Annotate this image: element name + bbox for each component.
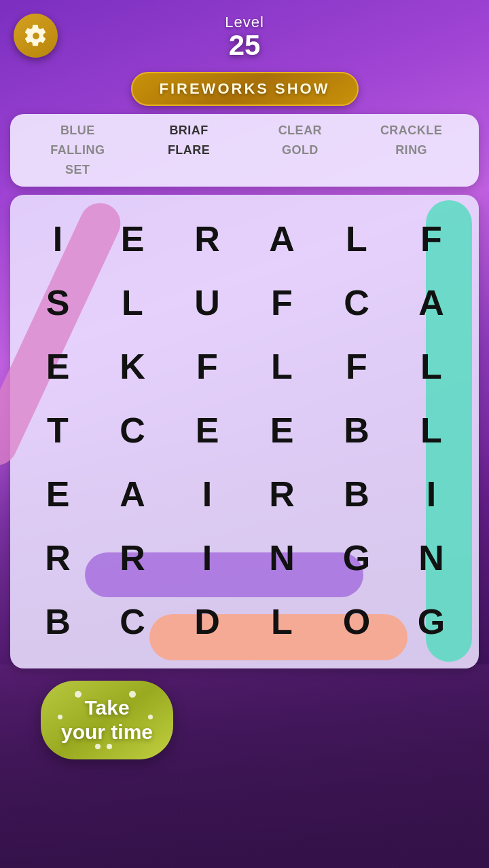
title-text: FIREWORKS SHOW (160, 80, 330, 97)
cell-1-2[interactable]: U (177, 272, 237, 333)
cell-3-4[interactable]: B (327, 400, 386, 461)
top-bar: Level 25 (0, 0, 489, 67)
cell-4-1[interactable]: A (103, 464, 162, 525)
cell-6-4[interactable]: O (327, 591, 386, 652)
cell-6-5[interactable]: G (401, 591, 461, 652)
sparkle-1 (75, 691, 82, 698)
cell-5-2[interactable]: I (177, 527, 237, 588)
hint-button[interactable]: Take your time (41, 681, 173, 759)
sparkle-4 (129, 691, 136, 698)
cell-3-5[interactable]: L (401, 400, 461, 461)
word-falling: FALLING (24, 143, 132, 157)
cell-3-3[interactable]: E (252, 400, 312, 461)
cell-2-0[interactable]: E (28, 336, 88, 397)
sparkle-6 (107, 744, 112, 749)
grid-row-1: S L U F C A (20, 272, 469, 333)
cell-3-2[interactable]: E (177, 400, 237, 461)
cell-4-2[interactable]: I (177, 464, 237, 525)
grid-container[interactable]: I E R A L F S L U F C A E K F L F L T C … (10, 195, 479, 668)
sparkle-2 (58, 715, 62, 719)
hint-text-line2: your time (61, 720, 153, 744)
cell-3-0[interactable]: T (28, 400, 88, 461)
cell-3-1[interactable]: C (103, 400, 162, 461)
grid-row-4: E A I R B I (20, 464, 469, 525)
cell-5-5[interactable]: N (401, 527, 461, 588)
cell-6-3[interactable]: L (252, 591, 312, 652)
cell-6-1[interactable]: C (103, 591, 162, 652)
cell-2-1[interactable]: K (103, 336, 162, 397)
cell-0-5[interactable]: F (401, 208, 461, 269)
cell-2-5[interactable]: L (401, 336, 461, 397)
cell-4-0[interactable]: E (28, 464, 88, 525)
grid-row-5: R R I N G N (20, 527, 469, 588)
word-set: SET (24, 163, 132, 177)
level-number: 25 (225, 31, 264, 60)
cell-5-3[interactable]: N (252, 527, 312, 588)
word-flare: FLARE (135, 143, 243, 157)
cell-0-1[interactable]: E (103, 208, 162, 269)
cell-1-3[interactable]: F (252, 272, 312, 333)
grid-row-0: I E R A L F (20, 208, 469, 269)
gear-icon (24, 24, 48, 48)
word-ring: RING (357, 143, 465, 157)
cell-0-4[interactable]: L (327, 208, 386, 269)
title-banner: FIREWORKS SHOW (0, 72, 489, 106)
cell-1-0[interactable]: S (28, 272, 88, 333)
cell-4-4[interactable]: B (327, 464, 386, 525)
cell-5-0[interactable]: R (28, 527, 88, 588)
grid-row-6: B C D L O G (20, 591, 469, 652)
word-clear: CLEAR (247, 124, 355, 138)
cell-5-1[interactable]: R (103, 527, 162, 588)
word-blue: BLUE (24, 124, 132, 138)
cell-1-5[interactable]: A (401, 272, 461, 333)
word-gold: GOLD (247, 143, 355, 157)
grid-row-2: E K F L F L (20, 336, 469, 397)
cell-4-3[interactable]: R (252, 464, 312, 525)
cell-1-1[interactable]: L (103, 272, 162, 333)
cell-0-2[interactable]: R (177, 208, 237, 269)
word-crackle: CRACKLE (357, 124, 465, 138)
sparkle-3 (95, 744, 101, 749)
word-briaf: BRIAF (135, 124, 243, 138)
cell-1-4[interactable]: C (327, 272, 386, 333)
cell-6-2[interactable]: D (177, 591, 237, 652)
level-display: Level 25 (225, 14, 264, 60)
cell-6-0[interactable]: B (28, 591, 88, 652)
cell-2-2[interactable]: F (177, 336, 237, 397)
grid-row-3: T C E E B L (20, 400, 469, 461)
hint-text-line1: Take (61, 696, 153, 720)
words-panel: BLUE BRIAF CLEAR CRACKLE FALLING FLARE G… (10, 114, 479, 187)
cell-5-4[interactable]: G (327, 527, 386, 588)
cell-2-4[interactable]: F (327, 336, 386, 397)
cell-0-3[interactable]: A (252, 208, 312, 269)
settings-button[interactable] (14, 14, 58, 58)
word-grid[interactable]: I E R A L F S L U F C A E K F L F L T C … (20, 208, 469, 652)
sparkle-5 (148, 715, 153, 719)
cell-2-3[interactable]: L (252, 336, 312, 397)
cell-4-5[interactable]: I (401, 464, 461, 525)
cell-0-0[interactable]: I (28, 208, 88, 269)
